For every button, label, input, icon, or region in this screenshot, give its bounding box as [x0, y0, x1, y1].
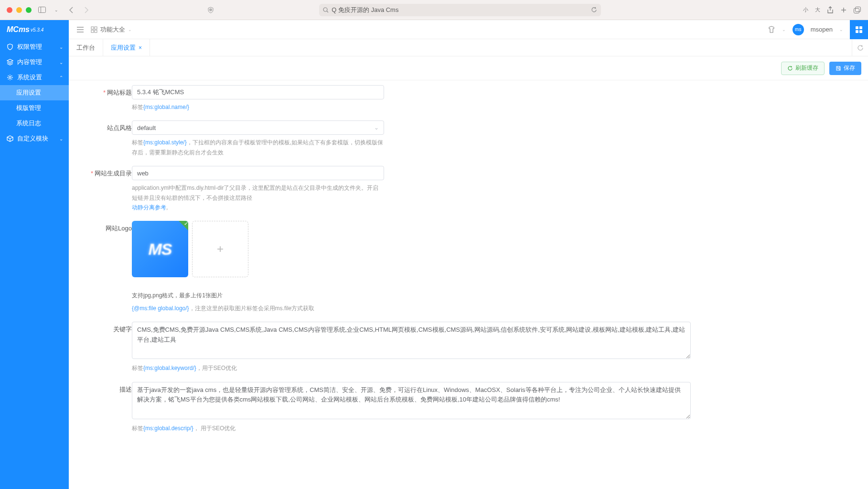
- chevron-down-icon[interactable]: ⌄: [782, 27, 786, 32]
- sidebar-subitem-2-2[interactable]: 系统日志: [0, 116, 69, 131]
- save-button[interactable]: 保存: [829, 62, 861, 75]
- chevron-up-icon: ⌃: [59, 75, 63, 80]
- refresh-cache-button[interactable]: 刷新缓存: [781, 62, 825, 75]
- svg-line-6: [327, 11, 328, 12]
- sidebar-item-3[interactable]: 自定义模块⌄: [0, 131, 69, 146]
- chevron-down-icon[interactable]: ⌄: [839, 27, 843, 32]
- nav-back-icon[interactable]: [67, 6, 75, 14]
- grid-icon: [91, 26, 97, 33]
- apps-grid-button[interactable]: [850, 20, 868, 39]
- svg-rect-10: [855, 7, 860, 11]
- label-site-style: 站点风格: [82, 120, 132, 157]
- sidebar-item-label: 自定义模块: [17, 134, 48, 143]
- function-menu[interactable]: 功能大全 ⌄: [91, 25, 132, 34]
- label-gen-dir: *网站生成目录: [82, 166, 132, 212]
- tab-1[interactable]: 应用设置×: [103, 39, 150, 56]
- label-keywords: 关键字: [82, 322, 132, 373]
- svg-rect-18: [95, 30, 97, 33]
- help-site-title: 标签{ms:global.name/}: [132, 102, 384, 112]
- sidebar-item-1[interactable]: 内容管理⌄: [0, 54, 69, 70]
- sidebar-item-label: 权限管理: [17, 43, 42, 51]
- label-site-title: *网站标题: [82, 85, 132, 112]
- avatar[interactable]: ms: [793, 24, 804, 35]
- description-textarea[interactable]: [132, 382, 691, 419]
- app-logo: MCmsv5.3.4: [0, 20, 69, 39]
- plus-icon: +: [217, 242, 224, 256]
- svg-rect-0: [39, 7, 46, 13]
- address-bar[interactable]: Q 免疫开源的 Java Cms: [319, 4, 601, 16]
- svg-rect-15: [91, 27, 94, 29]
- theme-icon[interactable]: [768, 26, 775, 33]
- window-minimize[interactable]: [16, 7, 22, 13]
- tabs-row: 工作台应用设置×: [69, 39, 868, 56]
- cube-icon: [7, 135, 13, 142]
- help-logo-1: 支持jpg,png格式，最多上传1张图片: [132, 291, 691, 300]
- svg-rect-9: [854, 8, 859, 13]
- address-text: Q 免疫开源的 Java Cms: [332, 6, 398, 14]
- chevron-down-icon: ⌄: [59, 136, 63, 141]
- chevron-down-icon: ⌄: [59, 60, 63, 65]
- sidebar-item-2[interactable]: 系统设置⌃: [0, 70, 69, 85]
- nav-forward-icon[interactable]: [82, 6, 91, 14]
- help-description: 标签{ms:global.descrip/}， 用于SEO优化: [132, 424, 691, 433]
- tabs-refresh-icon[interactable]: [852, 39, 868, 56]
- static-dynamic-link[interactable]: 动静分离参考: [132, 204, 166, 211]
- svg-point-5: [323, 8, 327, 11]
- site-title-input[interactable]: [132, 85, 384, 99]
- svg-rect-22: [859, 30, 862, 33]
- sidebar-subitem-2-1[interactable]: 模版管理: [0, 100, 69, 116]
- chevron-down-icon: ⌄: [128, 27, 132, 32]
- window-controls: [7, 7, 32, 13]
- chevron-down-icon: ⌄: [374, 124, 379, 131]
- sidebar-item-label: 系统设置: [17, 73, 42, 82]
- logo-preview[interactable]: MS ✓: [132, 221, 188, 277]
- sidebar-item-label: 系统日志: [16, 119, 41, 128]
- check-icon: ✓: [184, 221, 187, 226]
- tab-label: 工作台: [76, 43, 95, 52]
- sidebar-item-label: 模版管理: [16, 104, 41, 112]
- reload-icon[interactable]: [591, 7, 597, 13]
- browser-toolbar: ⌄ Q 免疫开源的 Java Cms 小 大: [0, 0, 868, 20]
- chevron-down-icon: ⌄: [59, 44, 63, 50]
- share-icon[interactable]: [827, 6, 834, 14]
- gen-dir-input[interactable]: [132, 166, 384, 180]
- tabs-overview-icon[interactable]: [854, 7, 861, 13]
- svg-rect-20: [859, 26, 862, 29]
- svg-rect-17: [91, 30, 94, 33]
- sidebar-item-0[interactable]: 权限管理⌄: [0, 39, 69, 54]
- close-icon[interactable]: ×: [139, 44, 142, 51]
- window-zoom[interactable]: [26, 7, 32, 13]
- tab-0[interactable]: 工作台: [69, 39, 103, 56]
- form-area: *网站标题 标签{ms:global.name/} 站点风格 default ⌄…: [69, 80, 868, 489]
- sidebar-item-label: 应用设置: [16, 88, 41, 97]
- privacy-shield-icon[interactable]: [205, 6, 216, 14]
- chevron-down-icon[interactable]: ⌄: [53, 7, 60, 13]
- shield-icon: [7, 43, 13, 50]
- topbar: 功能大全 ⌄ ⌄ ms msopen ⌄: [69, 20, 868, 39]
- sidebar-toggle-icon[interactable]: [36, 6, 48, 14]
- tab-label: 应用设置: [111, 43, 136, 52]
- keywords-textarea[interactable]: [132, 322, 691, 359]
- svg-rect-19: [856, 26, 858, 29]
- username[interactable]: msopen: [811, 26, 833, 33]
- help-gen-dir: application.yml中配置ms.diy.html-dir了父目录，这里…: [132, 183, 384, 212]
- logo-upload-button[interactable]: +: [192, 221, 248, 277]
- layers-icon: [7, 59, 13, 65]
- svg-rect-21: [856, 30, 858, 33]
- label-site-logo: 网站Logo: [82, 221, 132, 313]
- sidebar-item-label: 内容管理: [17, 58, 42, 66]
- svg-rect-16: [95, 27, 97, 29]
- menu-collapse-icon[interactable]: [76, 26, 84, 33]
- sidebar: MCmsv5.3.4 权限管理⌄内容管理⌄系统设置⌃应用设置模版管理系统日志自定…: [0, 20, 69, 489]
- new-tab-icon[interactable]: [840, 7, 847, 13]
- help-site-style: 标签{ms:global.style/}，下拉框的内容来自于模板管理中的模板,如…: [132, 138, 384, 157]
- zoom-small[interactable]: 小: [803, 6, 808, 13]
- zoom-large[interactable]: 大: [815, 6, 820, 13]
- help-logo-2: {@ms:file global.logo/}，注意这里的获取图片标签会采用ms…: [132, 304, 691, 313]
- window-close[interactable]: [7, 7, 12, 13]
- site-style-select[interactable]: default ⌄: [132, 120, 384, 135]
- gear-icon: [7, 74, 13, 81]
- help-keywords: 标签{ms:global.keyword/}，用于SEO优化: [132, 363, 691, 373]
- svg-point-11: [9, 76, 11, 78]
- sidebar-subitem-2-0[interactable]: 应用设置: [0, 85, 69, 100]
